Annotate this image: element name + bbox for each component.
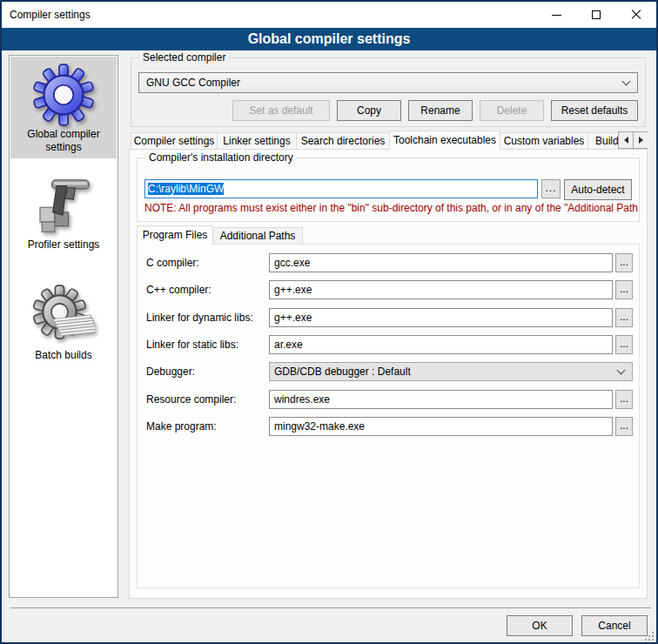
make-program-input[interactable]: mingw32-make.exe xyxy=(269,417,613,436)
compiler-select-value: GNU GCC Compiler xyxy=(146,77,240,89)
compiler-select[interactable]: GNU GCC Compiler xyxy=(138,72,638,93)
gray-gear-stack-icon xyxy=(32,285,95,347)
tab-toolchain-executables[interactable]: Toolchain executables xyxy=(389,131,500,150)
cancel-button[interactable]: Cancel xyxy=(581,615,648,636)
sidebar-item-global-compiler-settings[interactable]: Global compiler settings xyxy=(10,57,117,158)
field-label: Resource compiler: xyxy=(146,390,268,409)
c-compiler-browse-button[interactable]: ... xyxy=(615,253,633,272)
dialog-header: Global compiler settings xyxy=(2,28,656,50)
make-program-browse-button[interactable]: ... xyxy=(615,417,633,436)
reset-defaults-button[interactable]: Reset defaults xyxy=(551,100,638,121)
tab-compiler-settings[interactable]: Compiler settings xyxy=(131,132,218,150)
field-label: Debugger: xyxy=(146,362,268,381)
field-label: C++ compiler: xyxy=(146,280,268,299)
installation-directory-row: C:\raylib\MinGW ... Auto-detect xyxy=(144,179,632,198)
sidebar-item-label: Batch builds xyxy=(10,349,117,362)
minimize-icon xyxy=(552,15,561,16)
resource-compiler-browse-button[interactable]: ... xyxy=(615,390,633,409)
dialog-body: Global compiler settings Profiler settin… xyxy=(2,50,656,642)
installation-directory-group: Compiler's installation directory C:\ray… xyxy=(137,158,640,222)
linker-static-input[interactable]: ar.exe xyxy=(269,335,613,354)
caliper-icon xyxy=(32,174,95,237)
installation-directory-input[interactable]: C:\raylib\MinGW xyxy=(144,179,538,198)
window-title: Compiler settings xyxy=(2,9,91,21)
cpp-compiler-browse-button[interactable]: ... xyxy=(615,280,633,299)
field-row-cpp-compiler: C++ compiler: g++.exe ... xyxy=(146,280,631,299)
tab-scroll-right-button[interactable] xyxy=(633,131,648,149)
field-row-debugger: Debugger: GDB/CDB debugger : Default xyxy=(146,362,631,381)
title-bar: Compiler settings xyxy=(2,2,656,28)
settings-tabstrip: Compiler settings Linker settings Search… xyxy=(131,131,648,150)
maximize-button[interactable] xyxy=(576,2,616,28)
tab-search-directories[interactable]: Search directories xyxy=(296,132,390,150)
field-label: C compiler: xyxy=(146,253,268,272)
selected-text: C:\raylib\MinGW xyxy=(148,183,224,195)
linker-dynamic-browse-button[interactable]: ... xyxy=(615,308,633,327)
field-row-linker-dynamic: Linker for dynamic libs: g++.exe ... xyxy=(146,308,631,327)
chevron-down-icon xyxy=(622,77,631,86)
subtab-program-files[interactable]: Program Files xyxy=(137,225,213,245)
tab-linker-settings[interactable]: Linker settings xyxy=(217,132,297,150)
main-panel: Selected compiler GNU GCC Compiler Set a… xyxy=(124,50,655,642)
copy-button[interactable]: Copy xyxy=(337,100,401,121)
sidebar-item-label: Profiler settings xyxy=(10,238,117,252)
sidebar-item-batch-builds[interactable]: Batch builds xyxy=(10,278,117,373)
debugger-select[interactable]: GDB/CDB debugger : Default xyxy=(269,362,633,381)
close-button[interactable] xyxy=(616,2,656,28)
browse-directory-button[interactable]: ... xyxy=(541,179,561,198)
tab-scroll-arrows xyxy=(619,131,648,149)
maximize-icon xyxy=(592,10,601,19)
installation-note: NOTE: All programs must exist either in … xyxy=(144,202,638,214)
field-row-c-compiler: C compiler: gcc.exe ... xyxy=(146,253,631,272)
debugger-select-value: GDB/CDB debugger : Default xyxy=(274,366,411,378)
delete-button[interactable]: Delete xyxy=(480,100,544,121)
arrow-left-icon xyxy=(624,137,628,144)
cpp-compiler-input[interactable]: g++.exe xyxy=(269,280,613,299)
window-controls xyxy=(536,2,656,28)
settings-sidebar: Global compiler settings Profiler settin… xyxy=(9,55,118,598)
compiler-settings-dialog: Compiler settings Global compiler settin… xyxy=(0,0,658,644)
minimize-button[interactable] xyxy=(536,2,576,28)
sidebar-item-label: Global compiler settings xyxy=(10,128,117,154)
field-row-linker-static: Linker for static libs: ar.exe ... xyxy=(146,335,631,354)
arrow-right-icon xyxy=(639,137,643,144)
subtab-additional-paths[interactable]: Additional Paths xyxy=(212,227,303,245)
field-row-make-program: Make program: mingw32-make.exe ... xyxy=(146,417,631,436)
footer-buttons: OK Cancel xyxy=(507,615,648,636)
rename-button[interactable]: Rename xyxy=(408,100,473,121)
selected-compiler-group: Selected compiler GNU GCC Compiler Set a… xyxy=(131,57,646,127)
sidebar-item-profiler-settings[interactable]: Profiler settings xyxy=(10,167,117,263)
field-row-resource-compiler: Resource compiler: windres.exe ... xyxy=(146,390,631,409)
field-label: Linker for static libs: xyxy=(146,335,268,354)
close-icon xyxy=(631,10,641,20)
tab-custom-variables[interactable]: Custom variables xyxy=(500,132,588,150)
linker-static-browse-button[interactable]: ... xyxy=(615,335,633,354)
compiler-buttons-row: Set as default Copy Rename Delete Reset … xyxy=(232,100,638,121)
tab-scroll-left-button[interactable] xyxy=(618,131,634,149)
program-files-page: C compiler: gcc.exe ... C++ compiler: g+… xyxy=(137,244,640,588)
blue-gear-icon xyxy=(32,64,95,126)
toolchain-executables-page: Compiler's installation directory C:\ray… xyxy=(129,149,648,599)
field-label: Linker for dynamic libs: xyxy=(146,308,268,327)
field-label: Make program: xyxy=(146,417,268,436)
linker-dynamic-input[interactable]: g++.exe xyxy=(269,308,613,327)
toolchain-subtabs: Program Files Additional Paths xyxy=(137,225,303,245)
ok-button[interactable]: OK xyxy=(507,615,573,636)
resize-grip[interactable] xyxy=(652,639,654,641)
selected-compiler-group-label: Selected compiler xyxy=(139,51,229,64)
installation-directory-group-label: Compiler's installation directory xyxy=(145,151,297,164)
footer-separator xyxy=(10,607,651,608)
set-as-default-button[interactable]: Set as default xyxy=(232,100,330,121)
auto-detect-button[interactable]: Auto-detect xyxy=(564,179,632,200)
resource-compiler-input[interactable]: windres.exe xyxy=(269,390,613,409)
c-compiler-input[interactable]: gcc.exe xyxy=(269,253,613,272)
chevron-down-icon xyxy=(617,366,626,375)
